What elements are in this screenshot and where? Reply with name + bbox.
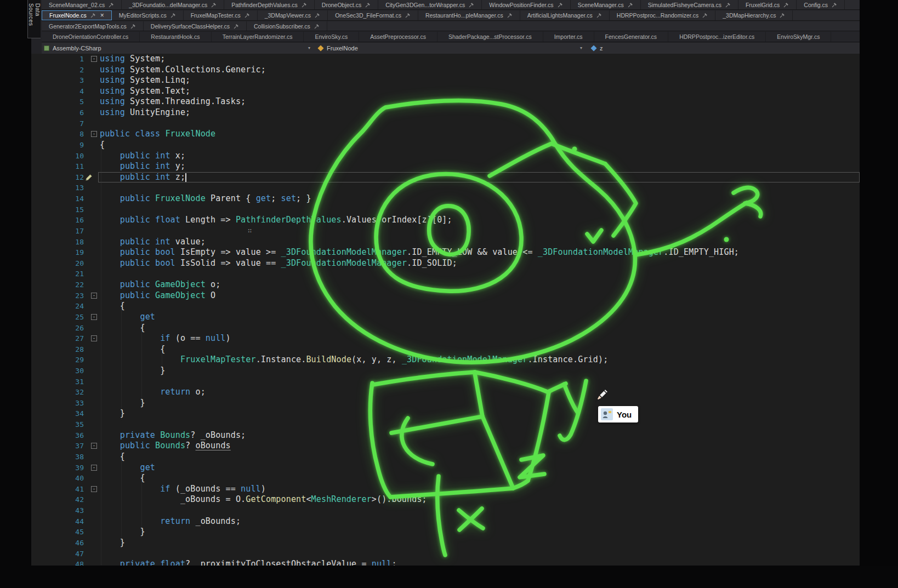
code-line[interactable]: 30 } [31,366,860,376]
project-dropdown-caret-icon[interactable]: ▾ [308,43,310,54]
code-line[interactable]: 35 [31,419,860,430]
code-line[interactable]: 6using UnityEngine; [31,107,860,118]
code-line[interactable]: 29 FruxelMapTester.Instance.BuildNode(x,… [31,355,860,366]
code-text: get [100,312,155,323]
code-line[interactable]: 38 { [31,452,860,463]
file-tab[interactable]: WindowPositionFinder.cs [482,0,570,9]
file-tab-label: HDRPPostproc...izerEditor.cs [679,33,754,40]
code-line[interactable]: 18 public int value; [31,237,860,248]
file-tab[interactable]: FencesGenerator.cs [594,32,669,42]
close-tab-icon[interactable]: × [100,12,104,19]
file-tab[interactable]: RestaurantHook.cs [140,32,211,42]
file-tab[interactable]: DroneOrientationController.cs [42,32,140,42]
line-number: 27 [31,333,84,344]
file-tab[interactable]: ShaderPackage...stProcessor.cs [437,32,543,42]
fold-marker-icon[interactable]: - [91,131,97,137]
file-tab[interactable]: AssetPreprocessor.cs [359,32,437,42]
file-tab[interactable]: SimulatedFisheyeCamera.cs [641,0,738,9]
code-line[interactable]: 5using System.Threading.Tasks; [31,96,860,107]
fold-marker-icon[interactable]: - [91,56,97,62]
code-line[interactable]: 45 } [31,527,860,538]
code-line[interactable]: 43 [31,505,860,516]
file-tab[interactable]: SceneManager.cs [571,0,641,9]
code-line[interactable]: 2using System.Collections.Generic; [31,65,860,76]
code-line[interactable]: 8-public class FruxelNode [31,129,860,140]
file-tab[interactable]: Importer.cs [543,32,594,42]
file-tab[interactable]: _3DMapHierarchy.cs [715,10,793,20]
code-line[interactable]: 7 [31,118,860,129]
file-tab[interactable]: _3DMapViewer.cs [258,10,328,20]
code-line[interactable]: 15 [31,204,860,215]
file-tab[interactable]: FruxelMapTester.cs [184,10,258,20]
code-line[interactable]: 3using System.Linq; [31,75,860,86]
file-tab[interactable]: PathfinderDepthValues.cs [224,0,315,9]
code-line[interactable]: 42 _oBounds = O.GetComponent<MeshRendere… [31,494,860,505]
file-tab[interactable]: ArtificialLightsManager.cs [520,10,610,20]
file-tab[interactable]: CityGen3DGen...torWrapper.cs [378,0,482,9]
code-line[interactable]: 22 public GameObject o; [31,279,860,290]
file-tab[interactable]: MyEditorScripts.cs [112,10,184,20]
class-dropdown[interactable]: FruxelNode [327,43,358,54]
code-line[interactable]: 26 { [31,323,860,334]
file-tab[interactable]: FruxelGrid.cs [738,0,797,9]
file-tab[interactable]: DeliverySurfaceClassHelper.cs [144,21,247,31]
fold-marker-icon[interactable]: - [91,486,97,492]
code-line[interactable]: 1-using System; [31,54,860,65]
file-tab[interactable]: SceneManager_02.cs [42,0,122,9]
code-line[interactable]: 19 public bool IsEmpty => value >= _3DFo… [31,247,860,258]
code-line[interactable]: 46 } [31,538,860,549]
code-line[interactable]: 25- get [31,312,860,323]
code-line[interactable]: 31 [31,376,860,387]
fold-marker-icon[interactable]: - [91,335,97,341]
code-line[interactable]: 33 } [31,398,860,409]
pin-icon [780,13,785,18]
file-tab[interactable]: OneSec3D_FileFormat.cs [328,10,418,20]
code-line[interactable]: 14 public FruxelNode Parent { get; set; … [31,193,860,204]
class-dropdown-caret-icon[interactable]: ▾ [580,43,582,54]
file-tab[interactable]: HDRPPostproc...Randomizer.cs [610,10,715,20]
code-line[interactable]: 34 } [31,408,860,419]
fold-marker-icon[interactable]: - [91,293,97,299]
file-tab-active[interactable]: FruxelNode.cs× [42,10,112,20]
file-tab[interactable]: Generator2ExportMapTools.cs [42,21,144,31]
fold-marker-icon[interactable]: - [91,465,97,471]
code-line[interactable]: 11 public int y; [31,161,860,172]
member-dropdown[interactable]: z [600,43,603,54]
code-line[interactable]: 40 { [31,473,860,484]
code-editor[interactable]: 1-using System;2using System.Collections… [31,54,860,588]
file-tab[interactable]: EnviroSky.cs [304,32,359,42]
data-sources-tool-tab[interactable]: Data Sources [27,0,41,38]
file-tab[interactable]: _3DFoundatio...delManager.cs [122,0,224,9]
code-text: using System.Threading.Tasks; [100,96,246,107]
code-line[interactable]: 10 public int x; [31,151,860,162]
file-tab[interactable]: RestaurantHo...pleManager.cs [418,10,520,20]
code-line[interactable]: 13 [31,182,860,193]
project-dropdown[interactable]: Assembly-CSharp [53,43,101,54]
fold-marker-icon[interactable]: - [91,314,97,320]
code-line[interactable]: 17 [31,226,860,237]
code-line[interactable]: 23- public GameObject O [31,290,860,301]
code-line[interactable]: 24 { [31,301,860,312]
code-line[interactable]: 39- get [31,463,860,473]
file-tab[interactable]: Config.cs [797,0,845,9]
file-tab[interactable]: EnviroSkyMgr.cs [766,32,831,42]
code-line[interactable]: 27- if (o == null) [31,333,860,344]
code-line[interactable]: 47 [31,549,860,560]
code-text: } [100,398,145,409]
code-line[interactable]: 41- if (_oBounds == null) [31,484,860,495]
code-line[interactable]: 37- public Bounds? oBounds [31,441,860,452]
code-line[interactable]: 20 public bool IsSolid => value == _3DFo… [31,258,860,269]
code-line[interactable]: 21 [31,269,860,279]
file-tab[interactable]: DroneObject.cs [315,0,378,9]
code-line[interactable]: 9{ [31,140,860,151]
code-line[interactable]: 28 { [31,344,860,355]
code-line[interactable]: 4using System.Text; [31,86,860,97]
code-line[interactable]: 44 return _oBounds; [31,516,860,527]
file-tab[interactable]: CollisionSubscriber.cs [247,21,327,31]
code-line[interactable]: 32 return o; [31,387,860,398]
code-line[interactable]: 36 private Bounds? _oBounds; [31,430,860,441]
code-line[interactable]: 16 public float Length => PathfinderDept… [31,215,860,226]
file-tab[interactable]: HDRPPostproc...izerEditor.cs [668,32,766,42]
file-tab[interactable]: TerrainLayerRandomizer.cs [212,32,304,42]
fold-marker-icon[interactable]: - [91,443,97,449]
